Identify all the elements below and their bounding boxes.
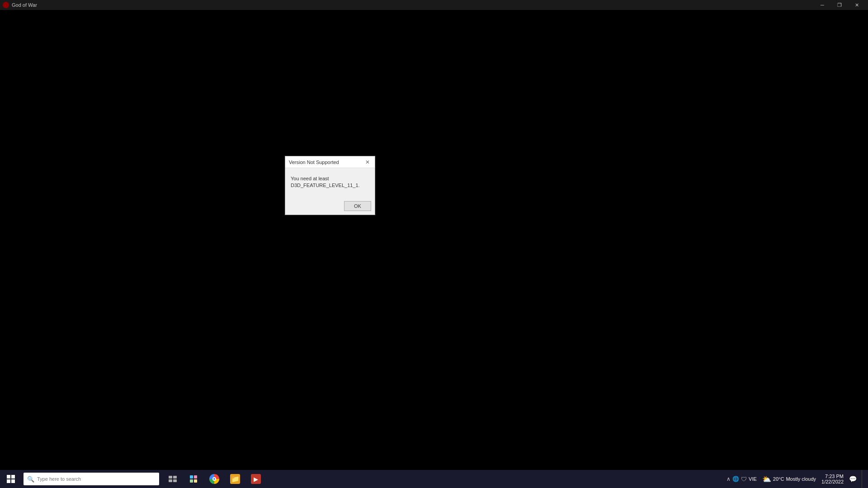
close-button[interactable]: ✕ xyxy=(848,0,865,10)
taskbar-right: ∧ 🌐 🛡 VIE ⛅ 20°C Mostly cloudy 7:23 PM 1… xyxy=(726,470,868,488)
window-controls: ─ ❐ ✕ xyxy=(814,0,865,10)
chrome-icon xyxy=(209,474,219,484)
file-explorer-button[interactable]: 📁 xyxy=(225,470,245,488)
search-input[interactable] xyxy=(37,476,156,482)
title-bar-left: God of War xyxy=(3,2,37,8)
app-icon xyxy=(3,2,9,8)
svg-rect-1 xyxy=(173,476,177,479)
dialog-title: Version Not Supported xyxy=(289,160,339,165)
start-button[interactable] xyxy=(0,470,22,488)
task-view-svg xyxy=(168,474,177,483)
svg-rect-4 xyxy=(190,475,193,479)
task-view-icon xyxy=(168,474,178,484)
main-area xyxy=(0,10,868,461)
notification-button[interactable]: 💬 xyxy=(846,470,859,488)
tray-arrow-icon[interactable]: ∧ xyxy=(726,476,731,482)
title-bar: God of War ─ ❐ ✕ xyxy=(0,0,868,10)
red-app-button[interactable]: ▶ xyxy=(246,470,266,488)
dialog: Version Not Supported ✕ You need at leas… xyxy=(285,156,375,215)
svg-rect-3 xyxy=(173,479,177,482)
dialog-message: You need at least D3D_FEATURE_LEVEL_11_1… xyxy=(291,175,369,189)
weather-icon: ⛅ xyxy=(762,475,771,483)
chrome-circle xyxy=(209,474,219,484)
dialog-footer: OK xyxy=(285,201,375,215)
dialog-body: You need at least D3D_FEATURE_LEVEL_11_1… xyxy=(285,168,375,201)
taskbar: 🔍 xyxy=(0,470,868,488)
widgets-button[interactable] xyxy=(184,470,203,488)
task-view-button[interactable] xyxy=(163,470,183,488)
svg-rect-5 xyxy=(194,475,197,479)
weather-area[interactable]: ⛅ 20°C Mostly cloudy xyxy=(760,475,819,483)
ok-button[interactable]: OK xyxy=(344,201,371,211)
clock-date: 1/22/2022 xyxy=(821,479,844,484)
svg-rect-2 xyxy=(169,479,172,482)
network-icon: 🌐 xyxy=(732,476,739,482)
search-bar[interactable]: 🔍 xyxy=(24,473,159,485)
windows-logo-icon xyxy=(7,475,15,483)
file-explorer-icon: 📁 xyxy=(230,474,240,484)
search-icon: 🔍 xyxy=(27,476,34,483)
dialog-titlebar: Version Not Supported ✕ xyxy=(285,156,375,168)
system-tray: ∧ 🌐 🛡 VIE xyxy=(726,476,757,483)
svg-rect-0 xyxy=(169,476,172,479)
show-desktop-button[interactable] xyxy=(862,470,864,488)
dialog-close-button[interactable]: ✕ xyxy=(364,159,371,166)
language-indicator: VIE xyxy=(749,476,757,482)
minimize-button[interactable]: ─ xyxy=(814,0,831,10)
widgets-icon xyxy=(189,474,198,484)
chrome-center xyxy=(212,477,216,481)
clock-area[interactable]: 7:23 PM 1/22/2022 xyxy=(821,474,844,484)
taskbar-apps: 📁 ▶ xyxy=(163,470,266,488)
widgets-svg xyxy=(189,474,198,483)
svg-rect-6 xyxy=(190,479,193,483)
weather-temp: 20°C xyxy=(773,476,784,482)
red-app-icon: ▶ xyxy=(251,474,261,484)
restore-button[interactable]: ❐ xyxy=(831,0,848,10)
svg-rect-7 xyxy=(194,479,197,483)
window-title: God of War xyxy=(12,2,37,8)
weather-desc: Mostly cloudy xyxy=(786,476,816,482)
vpn-icon: 🛡 xyxy=(741,476,747,483)
clock-time: 7:23 PM xyxy=(825,474,844,479)
chrome-button[interactable] xyxy=(204,470,224,488)
